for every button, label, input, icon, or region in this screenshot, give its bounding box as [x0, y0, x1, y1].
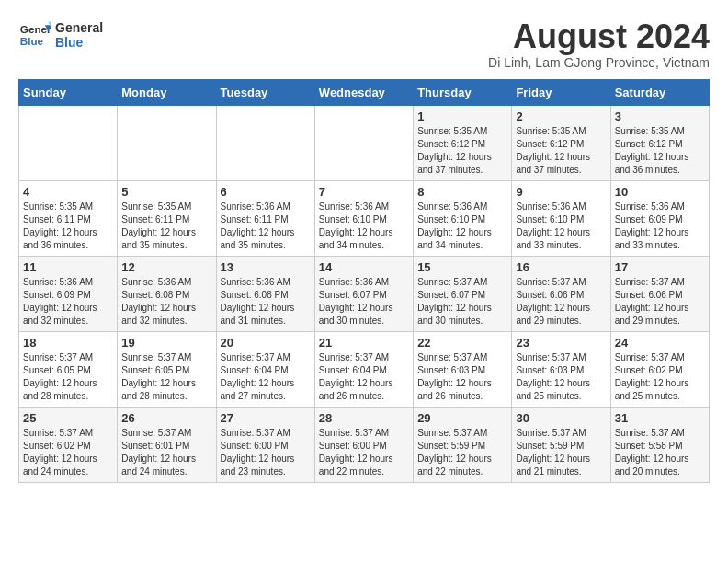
day-number: 19 — [121, 336, 211, 350]
week-row-5: 25Sunrise: 5:37 AM Sunset: 6:02 PM Dayli… — [19, 407, 710, 482]
day-number: 13 — [221, 260, 311, 274]
day-number: 16 — [516, 260, 606, 274]
calendar-cell: 25Sunrise: 5:37 AM Sunset: 6:02 PM Dayli… — [19, 407, 118, 482]
day-info: Sunrise: 5:36 AM Sunset: 6:10 PM Dayligh… — [417, 201, 507, 252]
day-number: 8 — [417, 185, 507, 199]
calendar-cell: 28Sunrise: 5:37 AM Sunset: 6:00 PM Dayli… — [314, 407, 413, 482]
day-number: 6 — [221, 185, 311, 199]
calendar-cell: 30Sunrise: 5:37 AM Sunset: 5:59 PM Dayli… — [512, 407, 610, 482]
calendar-cell: 4Sunrise: 5:35 AM Sunset: 6:11 PM Daylig… — [19, 180, 118, 256]
calendar-cell: 29Sunrise: 5:37 AM Sunset: 5:59 PM Dayli… — [414, 407, 512, 482]
day-header-sunday: Sunday — [19, 79, 118, 105]
day-number: 2 — [516, 109, 606, 123]
day-info: Sunrise: 5:37 AM Sunset: 5:59 PM Dayligh… — [516, 427, 606, 478]
day-number: 28 — [319, 411, 409, 425]
day-info: Sunrise: 5:37 AM Sunset: 6:03 PM Dayligh… — [516, 351, 606, 403]
calendar-cell: 5Sunrise: 5:35 AM Sunset: 6:11 PM Daylig… — [118, 180, 216, 256]
day-number: 3 — [615, 109, 705, 123]
svg-text:General: General — [20, 23, 51, 35]
calendar-cell — [118, 105, 216, 180]
day-info: Sunrise: 5:37 AM Sunset: 5:59 PM Dayligh… — [417, 427, 507, 478]
day-number: 18 — [23, 336, 113, 350]
day-number: 31 — [615, 411, 705, 425]
day-info: Sunrise: 5:36 AM Sunset: 6:08 PM Dayligh… — [221, 276, 311, 327]
calendar-cell: 19Sunrise: 5:37 AM Sunset: 6:05 PM Dayli… — [118, 331, 216, 407]
calendar-cell: 31Sunrise: 5:37 AM Sunset: 5:58 PM Dayli… — [610, 407, 709, 482]
day-header-monday: Monday — [118, 79, 216, 105]
day-info: Sunrise: 5:37 AM Sunset: 6:05 PM Dayligh… — [121, 351, 211, 403]
day-info: Sunrise: 5:37 AM Sunset: 6:02 PM Dayligh… — [23, 427, 113, 478]
day-number: 25 — [23, 411, 113, 425]
day-number: 20 — [221, 336, 311, 350]
day-info: Sunrise: 5:36 AM Sunset: 6:09 PM Dayligh… — [23, 276, 113, 327]
day-info: Sunrise: 5:37 AM Sunset: 6:01 PM Dayligh… — [121, 427, 211, 478]
day-info: Sunrise: 5:35 AM Sunset: 6:12 PM Dayligh… — [516, 125, 606, 177]
calendar-cell: 26Sunrise: 5:37 AM Sunset: 6:01 PM Dayli… — [118, 407, 216, 482]
calendar-cell: 11Sunrise: 5:36 AM Sunset: 6:09 PM Dayli… — [19, 256, 118, 331]
location-subtitle: Di Linh, Lam GJong Province, Vietnam — [488, 55, 710, 70]
calendar-cell: 8Sunrise: 5:36 AM Sunset: 6:10 PM Daylig… — [414, 180, 512, 256]
calendar-cell: 12Sunrise: 5:36 AM Sunset: 6:08 PM Dayli… — [118, 256, 216, 331]
calendar-cell: 18Sunrise: 5:37 AM Sunset: 6:05 PM Dayli… — [19, 331, 118, 407]
logo: General Blue General Blue — [18, 18, 103, 52]
calendar-cell — [19, 105, 118, 180]
day-number: 30 — [516, 411, 606, 425]
calendar-cell: 15Sunrise: 5:37 AM Sunset: 6:07 PM Dayli… — [414, 256, 512, 331]
calendar-cell: 14Sunrise: 5:36 AM Sunset: 6:07 PM Dayli… — [314, 256, 413, 331]
calendar-cell: 24Sunrise: 5:37 AM Sunset: 6:02 PM Dayli… — [610, 331, 709, 407]
day-info: Sunrise: 5:37 AM Sunset: 6:04 PM Dayligh… — [319, 351, 409, 403]
calendar-cell: 3Sunrise: 5:35 AM Sunset: 6:12 PM Daylig… — [610, 105, 709, 180]
day-info: Sunrise: 5:37 AM Sunset: 6:06 PM Dayligh… — [516, 276, 606, 327]
day-info: Sunrise: 5:37 AM Sunset: 6:06 PM Dayligh… — [615, 276, 705, 327]
calendar-cell: 10Sunrise: 5:36 AM Sunset: 6:09 PM Dayli… — [610, 180, 709, 256]
day-info: Sunrise: 5:36 AM Sunset: 6:11 PM Dayligh… — [221, 201, 311, 252]
day-number: 10 — [615, 185, 705, 199]
week-row-2: 4Sunrise: 5:35 AM Sunset: 6:11 PM Daylig… — [19, 180, 710, 256]
page-header: General Blue General Blue August 2024 Di… — [18, 18, 710, 70]
calendar-cell: 23Sunrise: 5:37 AM Sunset: 6:03 PM Dayli… — [512, 331, 610, 407]
day-header-thursday: Thursday — [414, 79, 512, 105]
day-number: 7 — [319, 185, 409, 199]
day-number: 12 — [121, 260, 211, 274]
day-info: Sunrise: 5:37 AM Sunset: 6:05 PM Dayligh… — [23, 351, 113, 403]
day-number: 5 — [121, 185, 211, 199]
logo-text: General Blue — [55, 20, 103, 50]
calendar-cell: 21Sunrise: 5:37 AM Sunset: 6:04 PM Dayli… — [314, 331, 413, 407]
calendar-cell: 2Sunrise: 5:35 AM Sunset: 6:12 PM Daylig… — [512, 105, 610, 180]
day-number: 9 — [516, 185, 606, 199]
days-header-row: SundayMondayTuesdayWednesdayThursdayFrid… — [19, 79, 710, 105]
day-number: 14 — [319, 260, 409, 274]
month-year-title: August 2024 — [488, 18, 710, 55]
week-row-1: 1Sunrise: 5:35 AM Sunset: 6:12 PM Daylig… — [19, 105, 710, 180]
day-info: Sunrise: 5:36 AM Sunset: 6:07 PM Dayligh… — [319, 276, 409, 327]
calendar-table: SundayMondayTuesdayWednesdayThursdayFrid… — [18, 79, 710, 483]
day-header-saturday: Saturday — [610, 79, 709, 105]
day-number: 15 — [417, 260, 507, 274]
day-info: Sunrise: 5:36 AM Sunset: 6:10 PM Dayligh… — [516, 201, 606, 252]
day-info: Sunrise: 5:35 AM Sunset: 6:11 PM Dayligh… — [23, 201, 113, 252]
day-info: Sunrise: 5:35 AM Sunset: 6:12 PM Dayligh… — [417, 125, 507, 177]
calendar-cell — [216, 105, 314, 180]
calendar-cell — [314, 105, 413, 180]
day-info: Sunrise: 5:37 AM Sunset: 6:07 PM Dayligh… — [417, 276, 507, 327]
day-number: 23 — [516, 336, 606, 350]
calendar-cell: 20Sunrise: 5:37 AM Sunset: 6:04 PM Dayli… — [216, 331, 314, 407]
calendar-body: 1Sunrise: 5:35 AM Sunset: 6:12 PM Daylig… — [19, 105, 710, 482]
day-info: Sunrise: 5:36 AM Sunset: 6:08 PM Dayligh… — [121, 276, 211, 327]
week-row-3: 11Sunrise: 5:36 AM Sunset: 6:09 PM Dayli… — [19, 256, 710, 331]
day-number: 11 — [23, 260, 113, 274]
day-info: Sunrise: 5:37 AM Sunset: 6:00 PM Dayligh… — [319, 427, 409, 478]
calendar-cell: 1Sunrise: 5:35 AM Sunset: 6:12 PM Daylig… — [414, 105, 512, 180]
title-block: August 2024 Di Linh, Lam GJong Province,… — [488, 18, 710, 70]
day-number: 4 — [23, 185, 113, 199]
calendar-cell: 13Sunrise: 5:36 AM Sunset: 6:08 PM Dayli… — [216, 256, 314, 331]
week-row-4: 18Sunrise: 5:37 AM Sunset: 6:05 PM Dayli… — [19, 331, 710, 407]
calendar-cell: 17Sunrise: 5:37 AM Sunset: 6:06 PM Dayli… — [610, 256, 709, 331]
calendar-cell: 9Sunrise: 5:36 AM Sunset: 6:10 PM Daylig… — [512, 180, 610, 256]
day-info: Sunrise: 5:35 AM Sunset: 6:12 PM Dayligh… — [615, 125, 705, 177]
calendar-cell: 22Sunrise: 5:37 AM Sunset: 6:03 PM Dayli… — [414, 331, 512, 407]
day-number: 27 — [221, 411, 311, 425]
svg-text:Blue: Blue — [20, 35, 44, 47]
day-info: Sunrise: 5:35 AM Sunset: 6:11 PM Dayligh… — [121, 201, 211, 252]
calendar-cell: 6Sunrise: 5:36 AM Sunset: 6:11 PM Daylig… — [216, 180, 314, 256]
